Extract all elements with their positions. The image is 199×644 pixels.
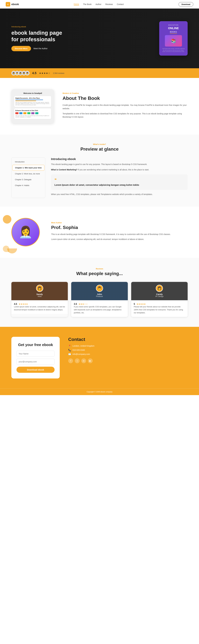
rating-score: 4.5 bbox=[32, 71, 36, 75]
hero-right: EDUCATION ONLINEBOOKS 📚 Lorem ipsum dolo… bbox=[159, 21, 188, 56]
footer: Copyright © 2049 ebook company bbox=[0, 388, 199, 395]
cta-box: Get your free ebook Download ebook bbox=[11, 337, 60, 378]
nav-links: Home The Book Author Reviews Contact bbox=[74, 3, 124, 6]
social-facebook[interactable]: f bbox=[68, 358, 73, 363]
rating-avatars: 👩 👨 👩 👧 👦 bbox=[11, 71, 30, 76]
cta-email-input[interactable] bbox=[16, 359, 54, 365]
quote-text: Lorem Ipsum dolor sit amet, consectetur … bbox=[54, 183, 184, 187]
author-p1: This is an ebook landing page template w… bbox=[51, 233, 170, 236]
hero-buttons: Discover More Meet the Author bbox=[11, 46, 66, 51]
review-score-row-3: 5 ★★★★★ bbox=[134, 303, 185, 305]
avatar-5: 👦 bbox=[25, 71, 30, 76]
review-card-3: 👩 Candy VP, Design 5 ★★★★★ Please tell y… bbox=[131, 282, 188, 317]
contact-email-text: info@company.com bbox=[72, 353, 90, 355]
tablet-row-2: Enhance Documents in One Click After you… bbox=[14, 108, 51, 119]
toc-chapter4[interactable]: Chapter 4: Habits bbox=[12, 182, 44, 188]
preview-p2-text: If you are wondering what content market… bbox=[78, 168, 149, 171]
discover-more-button[interactable]: Discover More bbox=[11, 46, 31, 51]
review-card-2-bottom: 3.5 ★★★☆☆ If you need some specific CSS … bbox=[71, 300, 128, 317]
logo[interactable]: e ebook bbox=[6, 2, 19, 6]
author-title: Prof. Sophia bbox=[51, 225, 170, 230]
toc-chapter2[interactable]: Chapter 2: Work less, do more bbox=[12, 171, 44, 176]
ebook-cover: EDUCATION ONLINEBOOKS 📚 Lorem ipsum dolo… bbox=[159, 21, 188, 56]
tablet-row-1: Digital Documents - All in One Place Wit… bbox=[14, 96, 51, 107]
nav-download-button[interactable]: Download bbox=[178, 2, 193, 6]
tablet-card1-text: With the new Smallpdf experience, you ca… bbox=[15, 102, 50, 106]
toc-chapter3[interactable]: Chapter 3: Delegate bbox=[12, 177, 44, 182]
social-twitter[interactable]: t bbox=[75, 358, 80, 363]
quote-box: ❝ Lorem Ipsum dolor sit amet, consectetu… bbox=[51, 174, 188, 190]
tablet-card-2: Enhance Documents in One Click After you… bbox=[14, 108, 51, 119]
author-tag: Meet Author bbox=[51, 222, 170, 224]
author-image-wrapper: 👩‍💼 bbox=[11, 218, 43, 246]
contact-location-text: London, United Kingdom bbox=[72, 345, 94, 347]
reviews-title: What people saying... bbox=[11, 271, 188, 276]
tablet-card1-title: Digital Documents - All in One Place bbox=[15, 98, 50, 99]
preview-tag: What's inside? bbox=[11, 143, 188, 145]
review-role-1: Artist bbox=[38, 296, 42, 298]
navbar: e ebook Home The Book Author Reviews Con… bbox=[0, 0, 199, 8]
social-linkedin[interactable]: in bbox=[81, 358, 86, 363]
nav-link-reviews[interactable]: Reviews bbox=[105, 3, 113, 6]
review-avatar-1: 👩 bbox=[36, 285, 43, 292]
hero-title: ebook landing page for professionals bbox=[11, 30, 66, 43]
review-avatar-2: 👨 bbox=[96, 285, 103, 292]
ebook-title-underline: BOOKS bbox=[170, 31, 177, 34]
ebook-title: ONLINEBOOKS bbox=[162, 26, 185, 34]
nav-link-author[interactable]: Author bbox=[96, 3, 101, 6]
cta-submit-button[interactable]: Download ebook bbox=[16, 367, 54, 373]
review-card-3-bottom: 5 ★★★★★ Please tell your friends about o… bbox=[131, 300, 188, 317]
review-card-1: 👩 Sandy Artist 4.5 ★★★★★ Lorem ipsum dol… bbox=[11, 282, 68, 317]
review-score-row-1: 4.5 ★★★★★ bbox=[14, 303, 65, 305]
cta-name-input[interactable] bbox=[16, 351, 54, 357]
cta-title: Get your free ebook bbox=[16, 342, 54, 347]
nav-link-contact[interactable]: Contact bbox=[117, 3, 124, 6]
review-role-2: Producer bbox=[96, 296, 103, 298]
preview-p3: When you need free HTML, CSS templates, … bbox=[51, 193, 188, 196]
ebook-body-text: Lorem ipsum dolor sit amet, consectetur … bbox=[162, 48, 185, 52]
contact-title: Contact bbox=[68, 337, 94, 342]
review-stars-1: ★★★★★ bbox=[18, 303, 28, 305]
hero-section: Introducing ebook ebook landing page for… bbox=[0, 8, 199, 68]
hero-left: Introducing ebook ebook landing page for… bbox=[11, 26, 66, 51]
nav-link-book[interactable]: The Book bbox=[83, 3, 92, 6]
review-score-2: 3.5 bbox=[74, 303, 77, 305]
author-section: 👩‍💼 Meet Author Prof. Sophia This is an … bbox=[0, 206, 199, 258]
about-p1: Credit goes to FreePik for images used i… bbox=[62, 104, 188, 110]
author-avatar: 👩‍💼 bbox=[11, 218, 40, 246]
email-icon: ✉️ bbox=[68, 353, 71, 356]
preview-content-title: Introducing ebook bbox=[51, 158, 188, 161]
tablet-card2-title: Enhance Documents in One Click bbox=[15, 110, 50, 111]
about-content: Modern & Creative About The Book Credit … bbox=[62, 92, 188, 120]
review-role-3: VP, Design bbox=[155, 296, 164, 298]
location-icon: 📍 bbox=[68, 344, 71, 347]
tablet-header: Welcome to Smallpdf bbox=[14, 92, 51, 94]
color-blocks bbox=[15, 112, 50, 114]
table-of-contents: Introduction Chapter 1: Win back your ti… bbox=[11, 158, 45, 198]
contact-section: Get your free ebook Download ebook Conta… bbox=[0, 327, 199, 388]
review-card-2-top: 👨 John Producer bbox=[71, 282, 128, 300]
social-row: f t in ▶ bbox=[68, 358, 94, 363]
review-name-1: Sandy bbox=[36, 293, 43, 296]
review-avatar-3: 👩 bbox=[156, 285, 163, 292]
meet-author-button[interactable]: Meet the Author bbox=[34, 47, 48, 50]
toc-chapter1[interactable]: Chapter 1: Win back your time bbox=[12, 165, 44, 171]
about-title: About The Book bbox=[62, 96, 188, 101]
reviews-section: Reviews What people saying... 👩 Sandy Ar… bbox=[0, 258, 199, 327]
about-section: Welcome to Smallpdf Digital Documents - … bbox=[0, 78, 199, 135]
toc-introduction[interactable]: Introduction bbox=[12, 159, 44, 164]
review-text-1: Lorem ipsum dolor sit amet, consectetur … bbox=[14, 305, 65, 311]
review-card-2: 👨 John Producer 3.5 ★★★☆☆ If you need so… bbox=[71, 282, 128, 317]
social-youtube[interactable]: ▶ bbox=[88, 358, 93, 363]
review-name-2: John bbox=[97, 293, 102, 296]
ratings-bar: 👩 👨 👩 👧 👦 4.5 ★★★★☆ 2,564 reviews bbox=[0, 68, 199, 78]
nav-link-home[interactable]: Home bbox=[74, 3, 79, 6]
review-text-2: If you need some specific CSS templates,… bbox=[74, 305, 125, 314]
ebook-tag: EDUCATION bbox=[162, 24, 185, 26]
preview-p1: This ebook landing page is good to use f… bbox=[51, 163, 188, 166]
logo-text: ebook bbox=[11, 3, 19, 6]
tablet-bar-2 bbox=[15, 100, 36, 101]
hero-content: Introducing ebook ebook landing page for… bbox=[11, 21, 188, 56]
reviews-grid: 👩 Sandy Artist 4.5 ★★★★★ Lorem ipsum dol… bbox=[11, 282, 188, 317]
review-score-1: 4.5 bbox=[14, 303, 17, 305]
